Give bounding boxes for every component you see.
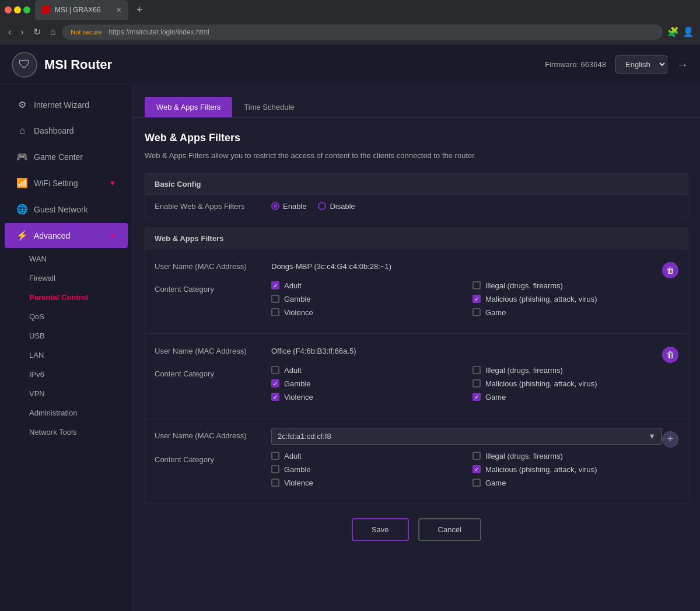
maximize-button[interactable] [23,6,30,13]
checkbox-malicious-3-label: Malicious (phishing, attack, virus) [485,465,597,474]
chevron-down-icon: ▼ [109,232,116,240]
checkbox-malicious-2-box[interactable] [473,379,481,387]
disable-radio[interactable]: Disable [318,202,355,211]
app-title: MSI Router [44,57,112,72]
home-button[interactable]: ⌂ [48,25,58,40]
mac-dropdown-3[interactable]: 2c:fd:a1:cd:cf:f8 ▼ [271,428,662,445]
checkbox-adult-1-box[interactable] [271,281,279,289]
checkbox-game-1-box[interactable] [473,308,481,316]
enable-radio-label: Enable [283,202,306,211]
checkbox-gamble-1-box[interactable] [271,295,279,303]
new-tab-button[interactable]: + [133,4,146,16]
disable-radio-button[interactable] [318,202,326,210]
checkbox-gamble-1[interactable]: Gamble [271,295,461,303]
checkbox-violence-3-label: Violence [284,479,313,487]
checkbox-gamble-3[interactable]: Gamble [271,465,461,474]
browser-window: MSI | GRAX66 ✕ + ‹ › ↻ ⌂ Not secure http… [0,0,700,44]
sidebar-item-wan[interactable]: WAN [0,249,132,268]
firmware-label: Firmware: 663648 [545,60,606,69]
sidebar-item-vpn[interactable]: VPN [0,384,132,403]
checkbox-illegal-1-box[interactable] [473,281,481,289]
mac-dropdown-3-value: 2c:fd:a1:cd:cf:f8 [278,432,645,441]
checkbox-adult-2[interactable]: Adult [271,366,461,375]
sidebar-item-qos[interactable]: QoS [0,307,132,326]
sidebar-item-network-tools[interactable]: Network Tools [0,423,132,442]
checkbox-violence-2[interactable]: Violence [271,393,461,401]
sidebar-item-label: Advanced [34,231,70,240]
sidebar-item-usb[interactable]: USB [0,326,132,345]
tab-web-apps-filters[interactable]: Web & Apps Filters [145,97,232,117]
sidebar-item-administration[interactable]: Administration [0,403,132,423]
checkbox-game-2-box[interactable] [473,393,481,401]
sidebar-item-game-center[interactable]: 🎮 Game Center [5,144,128,169]
checkbox-game-3-box[interactable] [473,479,481,487]
checkbox-violence-1[interactable]: Violence [271,308,461,317]
filter-entry-1-wrap: User Name (MAC Address) Dongs-MBP (3c:c4… [155,259,678,324]
close-button[interactable] [5,6,12,13]
checkbox-malicious-1[interactable]: Malicious (phishing, attack, virus) [473,295,662,303]
enable-radio-button[interactable] [271,202,279,210]
logout-button[interactable]: → [677,58,688,71]
checkbox-gamble-3-box[interactable] [271,465,279,473]
sidebar-item-advanced[interactable]: ⚡ Advanced ▼ [5,223,128,248]
tab-time-schedule[interactable]: Time Schedule [232,97,306,117]
back-button[interactable]: ‹ [6,25,13,40]
user-profile-button[interactable]: 👤 [682,26,694,37]
extensions-button[interactable]: 🧩 [667,26,679,37]
checkbox-violence-3[interactable]: Violence [271,479,461,487]
checkbox-malicious-3-box[interactable] [473,465,481,473]
forward-button[interactable]: › [18,25,26,40]
add-entry-button[interactable]: + [662,431,678,448]
checkbox-illegal-2[interactable]: Illegal (drugs, firearms) [473,366,662,375]
checkbox-malicious-1-box[interactable] [473,295,481,303]
sidebar-item-firewall[interactable]: Firewall [0,268,132,288]
content-tabs: Web & Apps Filters Time Schedule [133,85,700,118]
enable-radio[interactable]: Enable [271,202,306,211]
save-button[interactable]: Save [352,518,409,541]
checkbox-violence-3-box[interactable] [271,479,279,487]
delete-entry-2-button[interactable]: 🗑 [662,347,678,363]
checkbox-game-2[interactable]: Game [473,393,662,401]
minimize-button[interactable] [14,6,21,13]
sidebar-item-label: Internet Wizard [34,100,89,110]
checkbox-adult-3-box[interactable] [271,452,279,460]
checkbox-illegal-3[interactable]: Illegal (drugs, firearms) [473,452,662,460]
checkbox-malicious-2[interactable]: Malicious (phishing, attack, virus) [473,379,662,388]
sidebar-item-internet-wizard[interactable]: ⚙ Internet Wizard [5,92,128,117]
username-label-3: User Name (MAC Address) [155,428,271,440]
checkbox-adult-2-box[interactable] [271,366,279,374]
reload-button[interactable]: ↻ [31,24,43,40]
checkbox-malicious-1-label: Malicious (phishing, attack, virus) [485,295,597,303]
browser-tab[interactable]: MSI | GRAX66 ✕ [35,0,128,20]
checkbox-illegal-1[interactable]: Illegal (drugs, firearms) [473,281,662,290]
delete-entry-1-button[interactable]: 🗑 [662,262,678,278]
sidebar-item-dashboard[interactable]: ⌂ Dashboard [5,118,128,143]
checkbox-game-1[interactable]: Game [473,308,662,317]
filter-entry-1-username-row: User Name (MAC Address) Dongs-MBP (3c:c4… [155,259,662,274]
sidebar-item-lan[interactable]: LAN [0,345,132,365]
cancel-button[interactable]: Cancel [418,518,481,541]
chevron-down-icon: ▼ [109,179,116,187]
username-display-1: Dongs-MBP (3c:c4:G4:c4:0b:28:~1) [271,259,662,274]
sidebar-item-guest-network[interactable]: 🌐 Guest Network [5,197,128,222]
checkbox-malicious-3[interactable]: Malicious (phishing, attack, virus) [473,465,662,474]
sidebar-item-parental-control[interactable]: Parental Control [0,288,132,307]
checkbox-violence-2-box[interactable] [271,393,279,401]
checkbox-violence-1-box[interactable] [271,308,279,316]
checkbox-game-3[interactable]: Game [473,479,662,487]
checkbox-gamble-2-box[interactable] [271,379,279,387]
checkbox-illegal-3-box[interactable] [473,452,481,460]
address-bar[interactable]: Not secure https://msirouter.login/index… [62,25,663,40]
language-select[interactable]: English [615,55,667,74]
sidebar-item-label: Guest Network [34,205,88,214]
tab-close-button[interactable]: ✕ [116,6,121,14]
checkbox-illegal-2-box[interactable] [473,366,481,374]
checkbox-grid-2: Adult Illegal (drugs, firearms) [271,366,662,401]
checkbox-adult-1[interactable]: Adult [271,281,461,290]
checkbox-gamble-2-label: Gamble [284,379,311,388]
sidebar-item-wifi-setting[interactable]: 📶 WiFi Setting ▼ [5,170,128,195]
checkbox-adult-3[interactable]: Adult [271,452,461,460]
chevron-down-icon: ▼ [648,432,656,441]
sidebar-item-ipv6[interactable]: IPv6 [0,365,132,384]
checkbox-gamble-2[interactable]: Gamble [271,379,461,388]
